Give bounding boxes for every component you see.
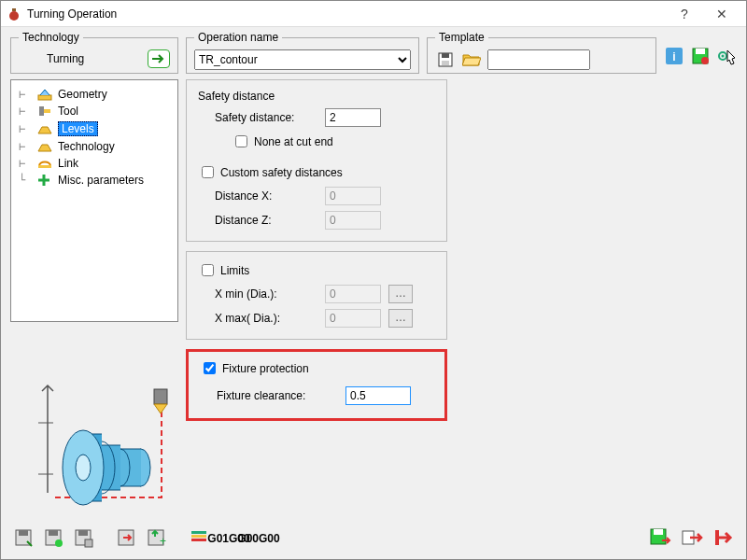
limits-header: Limits bbox=[220, 264, 249, 277]
svg-rect-12 bbox=[38, 95, 51, 100]
xmin-pick-button[interactable]: … bbox=[388, 285, 413, 303]
svg-rect-4 bbox=[442, 61, 449, 65]
settings-column: Safety distance Safety distance: None at… bbox=[186, 79, 737, 559]
preview-illustration bbox=[21, 367, 180, 516]
none-at-cut-end-checkbox[interactable] bbox=[235, 135, 247, 147]
svg-rect-40 bbox=[715, 530, 719, 545]
distance-x-input bbox=[325, 187, 381, 205]
tree-item-link[interactable]: ⊢ Link bbox=[15, 155, 174, 172]
xmax-input bbox=[325, 309, 381, 328]
bottom-toolbar: + G01G00 G00G00 bbox=[10, 522, 737, 553]
technology-icon bbox=[37, 140, 52, 153]
xmin-input bbox=[325, 285, 381, 303]
svg-rect-1 bbox=[12, 8, 16, 11]
fixture-protection-group: Fixture protection Fixture clearance: bbox=[186, 349, 447, 421]
operation-name-select[interactable]: TR_contour bbox=[194, 49, 411, 70]
levels-icon bbox=[37, 122, 52, 135]
top-row: Technology Turning Operation name TR_con… bbox=[10, 31, 737, 74]
nav-tree: ⊢ Geometry ⊢ Tool ⊢ Levels ⊢ Tec bbox=[10, 79, 178, 322]
app-icon bbox=[7, 7, 21, 21]
window-title: Turning Operation bbox=[27, 7, 666, 21]
technology-legend: Technology bbox=[19, 31, 83, 44]
svg-point-21 bbox=[76, 455, 91, 481]
technology-value: Turning bbox=[19, 52, 84, 65]
close-button[interactable]: ✕ bbox=[703, 7, 740, 21]
svg-rect-33 bbox=[191, 539, 206, 541]
xmin-label: X min (Dia.): bbox=[215, 287, 317, 301]
titlebar: Turning Operation ? ✕ bbox=[1, 1, 746, 27]
svg-rect-13 bbox=[39, 106, 44, 116]
svg-rect-35 bbox=[191, 531, 206, 534]
template-name-input[interactable] bbox=[487, 49, 590, 70]
apply-button[interactable] bbox=[647, 525, 673, 550]
safety-distance-label: Safety distance: bbox=[215, 111, 317, 124]
svg-point-26 bbox=[55, 539, 63, 547]
safety-distance-input[interactable] bbox=[325, 108, 381, 127]
export-button[interactable]: + bbox=[143, 525, 169, 550]
custom-safety-checkbox[interactable] bbox=[202, 166, 214, 178]
geometry-icon bbox=[37, 88, 52, 101]
distance-z-input bbox=[325, 211, 381, 230]
svg-rect-3 bbox=[442, 53, 449, 58]
operation-name-legend: Operation name bbox=[194, 31, 282, 44]
technology-next-button[interactable] bbox=[148, 49, 170, 68]
fixture-clearance-label: Fixture clearance: bbox=[217, 389, 338, 402]
svg-rect-15 bbox=[38, 165, 51, 168]
fixture-clearance-input[interactable] bbox=[345, 386, 411, 405]
distance-z-label: Distance Z: bbox=[215, 214, 317, 227]
gcode-button-2[interactable]: G00G00 bbox=[246, 525, 272, 550]
svg-rect-14 bbox=[44, 109, 50, 113]
xmax-label: X max( Dia.): bbox=[215, 312, 317, 325]
svg-point-0 bbox=[9, 11, 19, 21]
save-green-icon[interactable] bbox=[690, 46, 711, 66]
svg-text:+: + bbox=[160, 535, 166, 548]
technology-fieldset: Technology Turning bbox=[10, 31, 178, 74]
link-icon bbox=[37, 157, 52, 170]
save-button-2[interactable] bbox=[40, 525, 66, 550]
none-at-cut-end-label: None at cut end bbox=[254, 135, 333, 148]
svg-point-9 bbox=[701, 57, 709, 64]
tree-item-technology[interactable]: ⊢ Technology bbox=[15, 138, 174, 155]
limits-checkbox[interactable] bbox=[202, 264, 214, 276]
template-fieldset: Template bbox=[427, 31, 656, 74]
svg-rect-28 bbox=[78, 530, 88, 536]
save-button-3[interactable] bbox=[70, 525, 96, 550]
svg-rect-34 bbox=[191, 535, 206, 538]
help-button[interactable]: ? bbox=[666, 7, 703, 21]
fixture-protection-header: Fixture protection bbox=[222, 362, 309, 375]
svg-rect-23 bbox=[19, 530, 28, 536]
svg-point-11 bbox=[722, 55, 725, 58]
top-right-icons: i bbox=[664, 31, 737, 66]
safety-distance-group: Safety distance Safety distance: None at… bbox=[186, 79, 447, 242]
import-button[interactable] bbox=[113, 525, 139, 550]
info-icon[interactable]: i bbox=[664, 46, 684, 66]
template-save-icon[interactable] bbox=[435, 49, 456, 70]
plus-icon bbox=[37, 174, 52, 187]
svg-rect-8 bbox=[696, 49, 705, 54]
tree-item-misc[interactable]: └ Misc. parameters bbox=[15, 172, 174, 189]
svg-rect-29 bbox=[85, 539, 92, 547]
tool-icon bbox=[37, 105, 52, 118]
custom-safety-label: Custom safety distances bbox=[220, 166, 343, 179]
tree-item-geometry[interactable]: ⊢ Geometry bbox=[15, 86, 174, 103]
fixture-protection-checkbox[interactable] bbox=[204, 362, 216, 374]
template-legend: Template bbox=[435, 31, 488, 44]
app-window: Turning Operation ? ✕ Technology Turning… bbox=[0, 0, 747, 560]
pick-icon[interactable] bbox=[716, 46, 737, 66]
operation-name-fieldset: Operation name TR_contour bbox=[186, 31, 419, 74]
template-open-icon[interactable] bbox=[461, 49, 482, 70]
svg-rect-25 bbox=[49, 530, 58, 536]
distance-x-label: Distance X: bbox=[215, 189, 317, 203]
limits-group: Limits X min (Dia.): … X max( Dia.): … bbox=[186, 251, 447, 340]
xmax-pick-button[interactable]: … bbox=[388, 309, 413, 328]
svg-rect-38 bbox=[654, 529, 663, 535]
exit-button[interactable] bbox=[711, 525, 737, 550]
save-button-1[interactable] bbox=[10, 525, 36, 550]
safety-distance-header: Safety distance bbox=[198, 90, 435, 103]
svg-text:i: i bbox=[672, 50, 675, 63]
tree-item-levels[interactable]: ⊢ Levels bbox=[15, 119, 174, 138]
tree-item-tool[interactable]: ⊢ Tool bbox=[15, 103, 174, 119]
svg-rect-16 bbox=[154, 389, 167, 404]
ok-button[interactable] bbox=[679, 525, 705, 550]
